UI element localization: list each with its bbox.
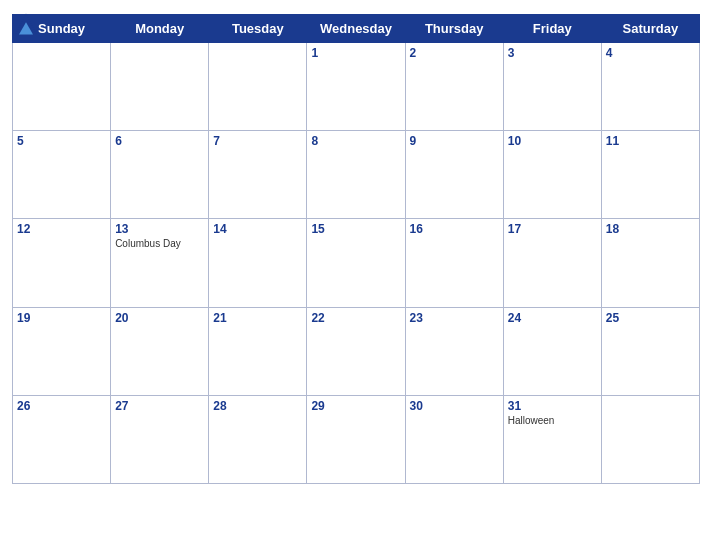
calendar-cell: 13Columbus Day — [111, 219, 209, 307]
day-number: 20 — [115, 311, 204, 325]
day-number: 18 — [606, 222, 695, 236]
day-number: 27 — [115, 399, 204, 413]
weekday-header-row: SundayMondayTuesdayWednesdayThursdayFrid… — [13, 15, 700, 43]
day-number: 15 — [311, 222, 400, 236]
calendar-cell: 12 — [13, 219, 111, 307]
event-label: Halloween — [508, 415, 597, 426]
calendar-cell: 25 — [601, 307, 699, 395]
day-number: 25 — [606, 311, 695, 325]
weekday-header-tuesday: Tuesday — [209, 15, 307, 43]
day-number: 23 — [410, 311, 499, 325]
logo-area — [12, 10, 42, 38]
weekday-header-monday: Monday — [111, 15, 209, 43]
day-number: 19 — [17, 311, 106, 325]
calendar-table: SundayMondayTuesdayWednesdayThursdayFrid… — [12, 14, 700, 484]
calendar-cell: 18 — [601, 219, 699, 307]
day-number: 17 — [508, 222, 597, 236]
calendar-week-row: 567891011 — [13, 131, 700, 219]
day-number: 5 — [17, 134, 106, 148]
day-number: 14 — [213, 222, 302, 236]
day-number: 21 — [213, 311, 302, 325]
day-number: 8 — [311, 134, 400, 148]
calendar-cell: 30 — [405, 395, 503, 483]
calendar-cell: 4 — [601, 43, 699, 131]
calendar-cell: 20 — [111, 307, 209, 395]
day-number: 31 — [508, 399, 597, 413]
day-number: 10 — [508, 134, 597, 148]
day-number: 7 — [213, 134, 302, 148]
day-number: 12 — [17, 222, 106, 236]
calendar-cell: 1 — [307, 43, 405, 131]
calendar-week-row: 262728293031Halloween — [13, 395, 700, 483]
day-number: 4 — [606, 46, 695, 60]
day-number: 26 — [17, 399, 106, 413]
calendar-week-row: 19202122232425 — [13, 307, 700, 395]
day-number: 29 — [311, 399, 400, 413]
calendar-cell: 26 — [13, 395, 111, 483]
day-number: 30 — [410, 399, 499, 413]
day-number: 11 — [606, 134, 695, 148]
calendar-cell: 29 — [307, 395, 405, 483]
day-number: 13 — [115, 222, 204, 236]
day-number: 6 — [115, 134, 204, 148]
calendar-cell: 10 — [503, 131, 601, 219]
calendar-cell: 6 — [111, 131, 209, 219]
day-number: 2 — [410, 46, 499, 60]
day-number: 9 — [410, 134, 499, 148]
calendar-cell: 2 — [405, 43, 503, 131]
calendar-week-row: 1234 — [13, 43, 700, 131]
calendar-cell: 8 — [307, 131, 405, 219]
calendar-week-row: 1213Columbus Day1415161718 — [13, 219, 700, 307]
weekday-header-saturday: Saturday — [601, 15, 699, 43]
event-label: Columbus Day — [115, 238, 204, 249]
logo-icon — [12, 10, 40, 38]
calendar-cell: 27 — [111, 395, 209, 483]
calendar-cell — [209, 43, 307, 131]
calendar-cell: 19 — [13, 307, 111, 395]
calendar-cell: 5 — [13, 131, 111, 219]
calendar-container: SundayMondayTuesdayWednesdayThursdayFrid… — [0, 0, 712, 550]
calendar-cell — [13, 43, 111, 131]
calendar-thead: SundayMondayTuesdayWednesdayThursdayFrid… — [13, 15, 700, 43]
calendar-cell — [601, 395, 699, 483]
calendar-cell: 21 — [209, 307, 307, 395]
day-number: 16 — [410, 222, 499, 236]
day-number: 28 — [213, 399, 302, 413]
calendar-tbody: 12345678910111213Columbus Day14151617181… — [13, 43, 700, 484]
calendar-cell: 24 — [503, 307, 601, 395]
day-number: 3 — [508, 46, 597, 60]
calendar-cell: 23 — [405, 307, 503, 395]
calendar-cell: 11 — [601, 131, 699, 219]
calendar-cell — [111, 43, 209, 131]
calendar-cell: 16 — [405, 219, 503, 307]
weekday-header-friday: Friday — [503, 15, 601, 43]
calendar-cell: 14 — [209, 219, 307, 307]
calendar-cell: 7 — [209, 131, 307, 219]
day-number: 24 — [508, 311, 597, 325]
calendar-cell: 31Halloween — [503, 395, 601, 483]
weekday-header-wednesday: Wednesday — [307, 15, 405, 43]
calendar-cell: 15 — [307, 219, 405, 307]
calendar-cell: 9 — [405, 131, 503, 219]
day-number: 22 — [311, 311, 400, 325]
calendar-cell: 28 — [209, 395, 307, 483]
calendar-cell: 3 — [503, 43, 601, 131]
calendar-cell: 22 — [307, 307, 405, 395]
calendar-cell: 17 — [503, 219, 601, 307]
day-number: 1 — [311, 46, 400, 60]
weekday-header-thursday: Thursday — [405, 15, 503, 43]
